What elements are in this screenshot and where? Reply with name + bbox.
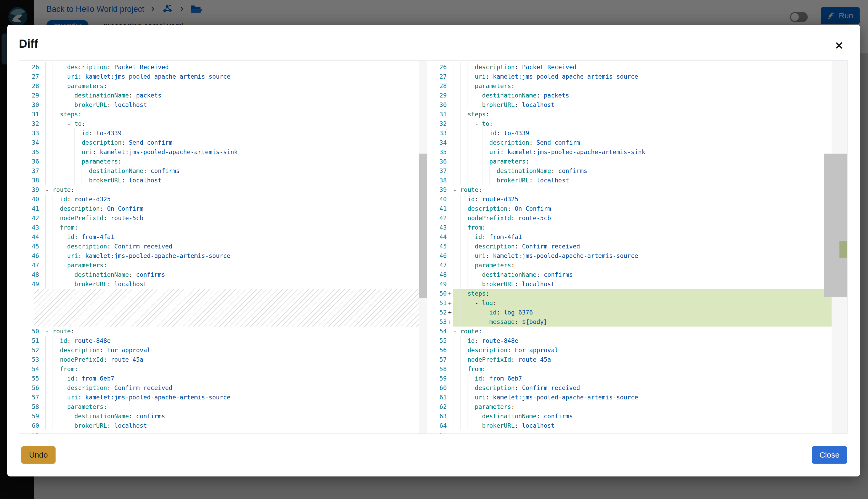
- code-line: 52+id: log-6376: [427, 308, 847, 317]
- diff-pane-modified[interactable]: 26description: Packet Received27uri: kam…: [427, 61, 847, 434]
- line-number: 30: [427, 101, 447, 108]
- diff-editor: 26description: Packet Received27uri: kam…: [19, 60, 847, 434]
- line-number: 26: [427, 64, 447, 71]
- code-line: 26description: Packet Received: [19, 62, 427, 72]
- line-number: 36: [427, 158, 447, 165]
- diff-add-marker: +: [447, 290, 453, 297]
- line-number: 55: [19, 375, 39, 382]
- line-number: 35: [19, 149, 39, 155]
- close-icon[interactable]: ✕: [832, 38, 846, 53]
- code-line: 51+- log:: [427, 298, 847, 308]
- diff-add-marker: +: [447, 300, 453, 306]
- line-number: 60: [427, 385, 447, 391]
- line-number: 28: [427, 83, 447, 89]
- code-line: 47parameters:: [427, 260, 847, 270]
- code-line: 28parameters:: [427, 81, 847, 91]
- line-number: 43: [19, 224, 39, 231]
- line-number: 37: [19, 168, 39, 174]
- line-number: 47: [427, 262, 447, 269]
- undo-button[interactable]: Undo: [21, 446, 56, 464]
- code-line: 57uri: kamelet:jms-pooled-apache-artemis…: [19, 393, 427, 402]
- line-number: 54: [19, 366, 39, 373]
- line-number: 35: [427, 149, 447, 155]
- code-line: 44id: from-4fa1: [427, 232, 847, 242]
- line-number: 34: [19, 139, 39, 146]
- code-line: 39- route:: [19, 185, 427, 194]
- code-line: 61: [19, 430, 427, 434]
- code-line: 58parameters:: [19, 402, 427, 412]
- code-line: 50- route:: [19, 327, 427, 336]
- code-line: 32- to:: [427, 119, 847, 129]
- code-line: 54from:: [19, 364, 427, 374]
- line-number: 52: [427, 309, 447, 316]
- line-number: 53: [427, 318, 447, 325]
- line-number: 51: [427, 300, 447, 306]
- code-line: 64brokerURL: localhost: [427, 421, 847, 430]
- code-line: 48destinationName: confirms: [19, 270, 427, 279]
- code-line: 37destinationName: confirms: [19, 166, 427, 175]
- line-number: 45: [427, 243, 447, 250]
- line-number: 55: [427, 337, 447, 344]
- line-number: 49: [19, 281, 39, 288]
- code-line: 53+message: ${body}: [427, 317, 847, 327]
- line-number: 45: [19, 243, 39, 250]
- line-number: 49: [427, 281, 447, 288]
- code-line: 65: [427, 430, 847, 434]
- code-line: 46uri: kamelet:jms-pooled-apache-artemis…: [19, 251, 427, 260]
- code-line: 55id: route-848e: [427, 336, 847, 345]
- line-number: 61: [19, 431, 39, 434]
- code-line: 54- route:: [427, 327, 847, 336]
- code-line: 30brokerURL: localhost: [427, 100, 847, 110]
- code-line: 28parameters:: [19, 81, 427, 91]
- diff-add-marker: +: [447, 309, 453, 316]
- code-line: 34description: Send confirm: [19, 138, 427, 147]
- code-line: 60description: Confirm received: [427, 383, 847, 393]
- screen: Back to Hello World project › ›: [0, 0, 868, 499]
- code-line: 35uri: kamelet:jms-pooled-apache-artemis…: [427, 147, 847, 157]
- code-line: 32- to:: [19, 119, 427, 129]
- diff-pane-original[interactable]: 26description: Packet Received27uri: kam…: [19, 61, 427, 434]
- code-line: 34description: Send confirm: [427, 138, 847, 147]
- code-line: 42nodePrefixId: route-5cb: [427, 213, 847, 223]
- line-number: 29: [19, 92, 39, 99]
- code-line: 56description: For approval: [427, 345, 847, 355]
- line-number: 58: [19, 403, 39, 410]
- line-number: 34: [427, 139, 447, 146]
- code-line: 27uri: kamelet:jms-pooled-apache-artemis…: [427, 72, 847, 81]
- line-number: 57: [427, 356, 447, 363]
- code-line: 53nodePrefixId: route-45a: [19, 355, 427, 364]
- line-number: 27: [19, 73, 39, 80]
- code-line: 29destinationName: packets: [427, 91, 847, 100]
- code-line: 39- route:: [427, 185, 847, 194]
- code-line: 36parameters:: [19, 157, 427, 166]
- line-number: 43: [427, 224, 447, 231]
- line-number: 50: [427, 290, 447, 297]
- code-line: 61uri: kamelet:jms-pooled-apache-artemis…: [427, 393, 847, 402]
- line-number: 56: [427, 347, 447, 354]
- line-number: 57: [19, 394, 39, 401]
- line-number: 31: [427, 111, 447, 118]
- line-number: 38: [19, 177, 39, 184]
- code-line: 63destinationName: confirms: [427, 412, 847, 421]
- code-line: 49brokerURL: localhost: [19, 279, 427, 289]
- line-number: 61: [427, 394, 447, 401]
- line-number: 27: [427, 73, 447, 80]
- line-number: 48: [427, 271, 447, 278]
- line-number: 28: [19, 83, 39, 89]
- code-line: 57nodePrefixId: route-45a: [427, 355, 847, 364]
- code-line: 27uri: kamelet:jms-pooled-apache-artemis…: [19, 72, 427, 81]
- line-number: 40: [19, 196, 39, 203]
- code-line: 31steps:: [19, 110, 427, 119]
- line-number: 39: [19, 186, 39, 193]
- scrollbar-thumb[interactable]: [419, 154, 427, 298]
- code-line: 62parameters:: [427, 402, 847, 412]
- line-number: 41: [19, 205, 39, 212]
- code-line: 46uri: kamelet:jms-pooled-apache-artemis…: [427, 251, 847, 260]
- code-line: 30brokerURL: localhost: [19, 100, 427, 110]
- scrollbar-thumb[interactable]: [824, 154, 847, 297]
- code-line: 40id: route-d325: [427, 194, 847, 204]
- line-number: 46: [427, 252, 447, 259]
- close-button[interactable]: Close: [812, 446, 847, 464]
- line-number: 44: [19, 233, 39, 240]
- code-line: 45description: Confirm received: [427, 242, 847, 251]
